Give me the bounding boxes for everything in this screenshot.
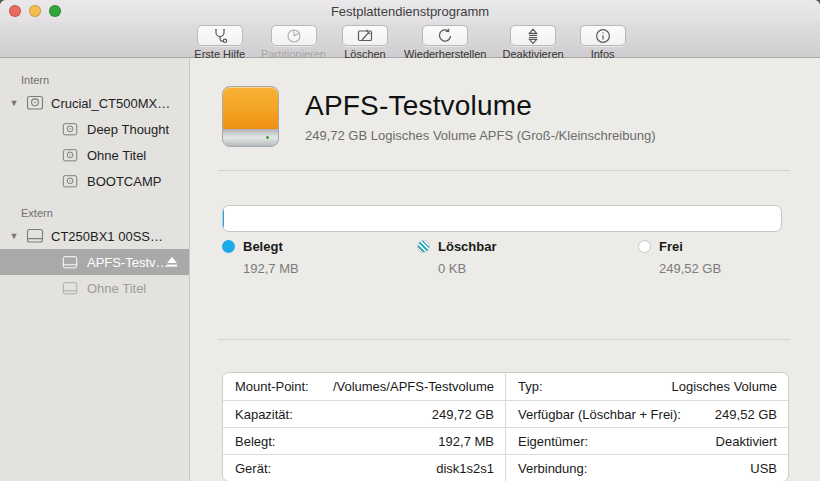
detail-row-verbindung: Verbindung: USB	[506, 454, 788, 481]
volume-icon	[62, 173, 81, 189]
volume-title: APFS-Testvolume	[305, 90, 655, 122]
external-drive-icon	[222, 86, 279, 147]
belegt-swatch-icon	[222, 240, 235, 253]
drive-led	[266, 136, 269, 139]
detail-row-kapazitaet: Kapazität: 249,72 GB	[223, 400, 505, 427]
sidebar-item-label: Ohne Titel	[87, 148, 146, 163]
partition-pie-icon	[285, 27, 303, 45]
erase-icon	[356, 27, 374, 45]
detail-row-belegt: Belegt: 192,7 MB	[223, 427, 505, 454]
minimize-button[interactable]	[29, 5, 41, 17]
sidebar-item-ct250-disk[interactable]: ▼ CT250BX1 00SS…	[0, 223, 189, 249]
sidebar-item-label: BOOTCAMP	[87, 174, 161, 189]
toolbar: Erste Hilfe Partitionieren Löschen	[0, 22, 820, 58]
eject-button[interactable]	[165, 255, 179, 269]
detail-row-eigentuemer: Eigentümer: Deaktiviert	[506, 427, 788, 454]
sidebar-item-label: APFS-Testv…	[87, 255, 169, 270]
legend-label: Frei	[659, 239, 683, 254]
volume-icon	[62, 147, 81, 163]
volume-icon	[62, 121, 81, 137]
unmount-button[interactable]: Deaktivieren	[502, 25, 563, 60]
restore-undo-icon	[436, 27, 454, 45]
erase-button[interactable]: Löschen	[342, 25, 388, 60]
legend-value: 192,7 MB	[243, 261, 299, 276]
legend-label: Löschbar	[438, 239, 497, 254]
volume-icon	[62, 280, 81, 296]
detail-row-geraet: Gerät: disk1s2s1	[223, 454, 505, 481]
legend-item-frei: Frei 249,52 GB	[638, 239, 721, 276]
restore-button[interactable]: Wiederherstellen	[404, 25, 487, 60]
disclosure-triangle-icon[interactable]: ▼	[8, 231, 20, 241]
unmount-icon	[524, 27, 542, 45]
frei-swatch-icon	[638, 240, 651, 253]
internal-disk-icon	[26, 95, 45, 111]
sidebar-item-deep-thought[interactable]: Deep Thought	[0, 116, 189, 142]
legend-value: 0 KB	[438, 261, 497, 276]
sidebar-item-label: Ohne Titel	[87, 281, 146, 296]
loeschbar-swatch-icon	[417, 240, 430, 253]
info-icon	[594, 27, 612, 45]
window-title: Festplattendienstprogramm	[331, 4, 489, 19]
detail-row-mount-point: Mount-Point: /Volumes/APFS-Testvolume	[223, 373, 505, 400]
legend-item-loeschbar: Löschbar 0 KB	[417, 239, 497, 276]
main-pane: APFS-Testvolume 249,72 GB Logisches Volu…	[190, 58, 820, 481]
disclosure-triangle-icon[interactable]: ▼	[8, 98, 20, 108]
usage-legend: Belegt 192,7 MB Löschbar 0 KB Frei	[222, 239, 820, 304]
sidebar-item-ohne-titel-extern[interactable]: Ohne Titel	[0, 275, 189, 301]
first-aid-stethoscope-icon	[211, 27, 229, 45]
sidebar-section-extern: Extern	[0, 203, 189, 223]
legend-value: 249,52 GB	[659, 261, 721, 276]
sidebar-item-apfs-testvolume[interactable]: APFS-Testv…	[0, 249, 189, 275]
traffic-lights	[9, 5, 61, 17]
sidebar-item-label: Deep Thought	[87, 122, 169, 137]
sidebar-item-label: Crucial_CT500MX…	[51, 96, 170, 111]
sidebar-item-crucial-disk[interactable]: ▼ Crucial_CT500MX…	[0, 90, 189, 116]
partition-button[interactable]: Partitionieren	[261, 25, 326, 60]
sidebar: Intern ▼ Crucial_CT500MX… Deep	[0, 58, 190, 481]
zoom-button[interactable]	[49, 5, 61, 17]
external-disk-icon	[26, 228, 45, 244]
sidebar-item-ohne-titel-intern[interactable]: Ohne Titel	[0, 142, 189, 168]
details-table: Mount-Point: /Volumes/APFS-Testvolume Ka…	[222, 372, 789, 481]
legend-item-belegt: Belegt 192,7 MB	[222, 239, 299, 276]
disk-utility-window: Festplattendienstprogramm Erste Hilfe Pa…	[0, 0, 820, 481]
legend-label: Belegt	[243, 239, 283, 254]
sidebar-section-intern: Intern	[0, 70, 189, 90]
first-aid-button[interactable]: Erste Hilfe	[194, 25, 245, 60]
close-button[interactable]	[9, 5, 21, 17]
divider	[218, 339, 790, 340]
sidebar-item-bootcamp[interactable]: BOOTCAMP	[0, 168, 189, 194]
detail-row-verfuegbar: Verfügbar (Löschbar + Frei): 249,52 GB	[506, 400, 788, 427]
volume-icon	[62, 254, 81, 270]
info-button[interactable]: Infos	[580, 25, 626, 60]
volume-header: APFS-Testvolume 249,72 GB Logisches Volu…	[222, 86, 790, 147]
sidebar-item-label: CT250BX1 00SS…	[51, 229, 163, 244]
usage-bar	[222, 205, 782, 232]
title-bar: Festplattendienstprogramm	[0, 0, 820, 22]
volume-subtitle: 249,72 GB Logisches Volume APFS (Groß-/K…	[305, 128, 655, 143]
divider	[218, 170, 790, 171]
detail-row-typ: Typ: Logisches Volume	[506, 373, 788, 400]
